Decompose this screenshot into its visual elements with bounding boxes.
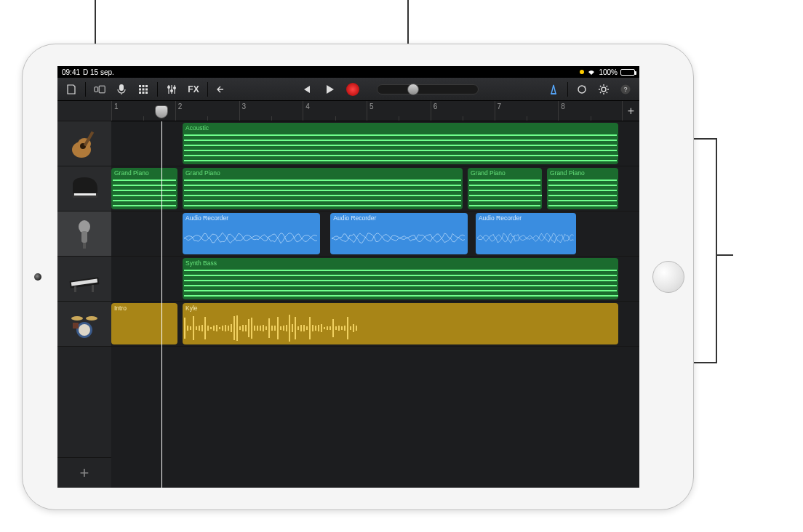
region-label: Grand Piano	[471, 169, 539, 177]
tracks-area: + 12345678 + AcousticGrand PianoGrand Pi…	[57, 101, 639, 488]
record-button[interactable]	[343, 81, 362, 98]
svg-rect-2	[119, 84, 124, 91]
track-row-grand-piano[interactable]: Grand PianoGrand PianoGrand PianoGrand P…	[111, 166, 639, 211]
wifi-icon	[580, 70, 584, 74]
play-button[interactable]	[320, 81, 339, 98]
region-drum-kit-0[interactable]: Intro	[111, 303, 177, 344]
drum-kit-icon	[67, 307, 102, 342]
track-controls-button[interactable]	[162, 81, 181, 98]
svg-point-13	[170, 89, 173, 92]
grand-piano-icon	[67, 172, 102, 206]
add-track-button[interactable]: +	[57, 457, 111, 488]
my-songs-button[interactable]	[62, 81, 81, 98]
master-volume-slider[interactable]	[377, 84, 479, 94]
region-label: Audio Recorder	[479, 214, 573, 222]
app-screen: 09:41 D 15 sep. 100%	[57, 66, 639, 488]
home-button[interactable]	[652, 261, 684, 293]
microphone-record-icon[interactable]	[112, 81, 131, 98]
track-header-grand-piano[interactable]	[57, 166, 111, 211]
region-microphone-2[interactable]: Audio Recorder	[476, 213, 576, 254]
region-content	[184, 313, 617, 343]
svg-point-14	[173, 86, 176, 89]
undo-button[interactable]	[212, 81, 231, 98]
track-header-synth-keyboard[interactable]	[57, 257, 111, 302]
ruler[interactable]: 12345678 +	[111, 101, 639, 121]
region-drum-kit-1[interactable]: Kyle	[183, 303, 618, 344]
status-date: D 15 sep.	[83, 68, 114, 76]
ruler-bar-2[interactable]: 2	[175, 101, 239, 121]
svg-rect-27	[83, 243, 86, 249]
svg-point-12	[167, 86, 170, 89]
region-content	[113, 178, 176, 208]
wifi-signal-icon	[587, 68, 596, 76]
ruler-bar-1[interactable]: 1	[111, 101, 175, 121]
callout-line-right-mid	[716, 254, 733, 256]
tracks-rows-container: AcousticGrand PianoGrand PianoGrand Pian…	[111, 121, 639, 488]
browser-button[interactable]	[90, 81, 109, 98]
region-microphone-1[interactable]: Audio Recorder	[330, 213, 468, 254]
svg-rect-5	[145, 85, 148, 87]
ruler-bar-5[interactable]: 5	[367, 101, 431, 121]
region-content	[184, 223, 319, 253]
svg-rect-8	[145, 88, 148, 90]
acoustic-guitar-icon	[67, 126, 102, 161]
track-header-drum-kit[interactable]	[57, 302, 111, 347]
microphone-icon	[67, 217, 102, 251]
region-content	[548, 178, 617, 208]
region-synth-keyboard-0[interactable]: Synth Bass	[183, 258, 618, 299]
svg-rect-1	[99, 86, 105, 93]
slider-thumb[interactable]	[407, 84, 419, 95]
region-label: Acoustic	[185, 124, 615, 132]
track-headers: +	[57, 101, 111, 488]
track-row-synth-keyboard[interactable]: Synth Bass	[111, 257, 639, 302]
go-to-beginning-button[interactable]	[297, 81, 316, 98]
svg-rect-4	[143, 85, 145, 87]
callout-line-right-side	[716, 138, 717, 363]
settings-button[interactable]	[594, 81, 613, 98]
region-grand-piano-2[interactable]: Grand Piano	[468, 168, 542, 209]
track-header-microphone[interactable]	[57, 211, 111, 257]
region-content	[332, 223, 466, 253]
region-acoustic-guitar-0[interactable]: Acoustic	[183, 123, 618, 164]
ruler-bar-8[interactable]: 8	[558, 101, 622, 121]
fx-button[interactable]: FX	[184, 81, 203, 98]
region-grand-piano-1[interactable]: Grand Piano	[183, 168, 463, 209]
track-row-acoustic-guitar[interactable]: Acoustic	[111, 121, 639, 166]
svg-rect-0	[95, 86, 98, 91]
track-row-microphone[interactable]: Audio RecorderAudio RecorderAudio Record…	[111, 211, 639, 257]
metronome-button[interactable]	[544, 81, 563, 98]
help-button[interactable]: ?	[616, 81, 635, 98]
svg-rect-3	[139, 85, 141, 87]
region-microphone-0[interactable]: Audio Recorder	[183, 213, 320, 254]
svg-rect-6	[139, 88, 141, 90]
region-label: Grand Piano	[550, 169, 615, 177]
svg-rect-7	[143, 88, 145, 90]
svg-point-32	[71, 316, 83, 321]
loop-browser-button[interactable]	[572, 81, 591, 98]
svg-point-35	[79, 324, 90, 336]
region-grand-piano-3[interactable]: Grand Piano	[547, 168, 618, 209]
battery-percentage: 100%	[599, 68, 618, 76]
svg-rect-30	[74, 286, 76, 292]
ruler-bar-7[interactable]: 7	[495, 101, 559, 121]
ruler-bar-4[interactable]: 4	[303, 101, 367, 121]
svg-rect-36	[73, 323, 79, 329]
region-label: Audio Recorder	[185, 214, 317, 222]
svg-rect-26	[81, 231, 87, 243]
ipad-device-frame: 09:41 D 15 sep. 100%	[22, 44, 694, 510]
ruler-bar-3[interactable]: 3	[239, 101, 303, 121]
fx-label: FX	[188, 84, 199, 94]
region-content	[184, 133, 617, 163]
svg-rect-9	[139, 92, 141, 94]
control-bar: FX	[57, 78, 639, 101]
region-label: Intro	[114, 305, 175, 312]
status-time: 09:41	[62, 68, 80, 76]
region-label: Grand Piano	[114, 169, 175, 177]
ruler-bar-6[interactable]: 6	[431, 101, 495, 121]
region-grand-piano-0[interactable]: Grand Piano	[111, 168, 177, 209]
track-row-drum-kit[interactable]: IntroKyle	[111, 302, 639, 347]
device-camera	[34, 273, 41, 281]
track-header-acoustic-guitar[interactable]	[57, 121, 111, 166]
track-view-button[interactable]	[134, 81, 153, 98]
add-section-button[interactable]: +	[622, 101, 639, 121]
